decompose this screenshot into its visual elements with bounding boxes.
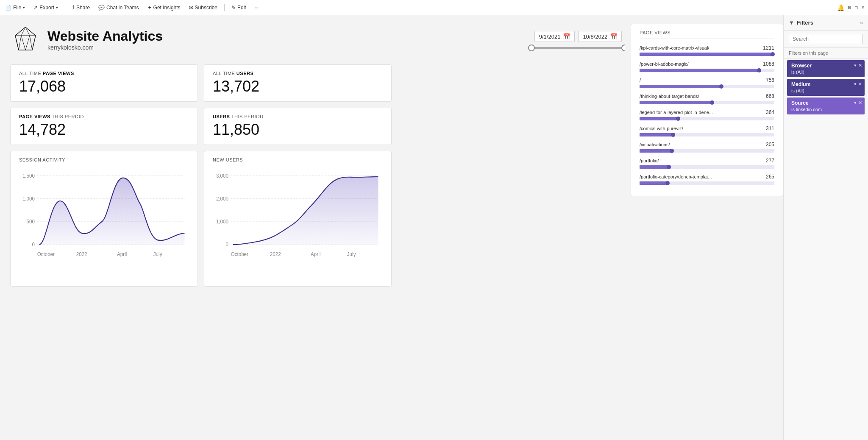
subscribe-icon: ✉ xyxy=(189,5,193,11)
filter-chip-actions: ▾ ✕ xyxy=(854,81,862,87)
toolbar-subscribe[interactable]: ✉ Subscribe xyxy=(187,0,219,15)
filters-header: ▼ Filters » xyxy=(784,15,868,31)
share-icon: ⤴ xyxy=(72,5,75,11)
pv-bar-fill xyxy=(640,69,761,72)
svg-text:1,000: 1,000 xyxy=(216,219,228,224)
pv-bar-dot xyxy=(665,181,670,185)
page-view-row: /thinking-about-target-bands/ 668 xyxy=(640,93,774,104)
pv-url: /portfolio-category/deneb-templat... xyxy=(640,174,712,179)
pv-url: /comics-with-pureviz/ xyxy=(640,126,683,131)
pv-bar-dot xyxy=(667,165,671,169)
filter-icon: ▼ xyxy=(789,19,794,26)
pv-url: /visualisations/ xyxy=(640,142,670,147)
svg-text:2022: 2022 xyxy=(270,251,281,257)
date-range-slider[interactable] xyxy=(531,47,625,49)
filters-collapse-button[interactable]: » xyxy=(860,20,863,26)
pv-count: 668 xyxy=(766,93,774,99)
pv-bar-background xyxy=(640,149,774,153)
toolbar-insights[interactable]: ✦ Get Insights xyxy=(146,0,182,15)
kpi-value-4: 11,850 xyxy=(213,121,383,139)
filter-chip-close[interactable]: ✕ xyxy=(858,63,862,68)
pv-count: 756 xyxy=(766,77,774,83)
pv-row-header: /thinking-about-target-bands/ 668 xyxy=(640,93,774,99)
end-date-picker[interactable]: 10/8/2022 📅 xyxy=(578,31,622,42)
kpi-all-time-users: ALL TIME USERS 13,702 xyxy=(204,64,392,102)
toolbar-separator-2 xyxy=(224,4,225,11)
toolbar-file[interactable]: 📄 File ▾ xyxy=(3,0,27,15)
pv-url: /legend-for-a-layered-plot-in-dene... xyxy=(640,110,713,115)
toolbar-separator xyxy=(65,4,65,11)
pv-bar-dot xyxy=(676,117,680,121)
session-chart-title: SESSION ACTIVITY xyxy=(19,157,189,162)
pv-url: /thinking-about-target-bands/ xyxy=(640,94,699,99)
pv-bar-fill xyxy=(640,117,680,120)
page-view-row: /portfolio/ 277 xyxy=(640,158,774,169)
svg-marker-0 xyxy=(15,27,36,50)
filters-search-input[interactable] xyxy=(789,34,863,44)
slider-thumb-left[interactable] xyxy=(528,45,535,51)
filter-chip-expand[interactable]: ▾ xyxy=(854,63,857,68)
new-users-chart-area: 3,000 2,000 1,000 0 xyxy=(213,167,383,277)
filter-chip-actions: ▾ ✕ xyxy=(854,100,862,106)
pv-bar-background xyxy=(640,165,774,169)
pv-bar-background xyxy=(640,85,774,88)
start-date-picker[interactable]: 9/1/2021 📅 xyxy=(534,31,575,42)
pv-count: 265 xyxy=(766,174,774,180)
window-close-icon[interactable]: ✕ xyxy=(861,5,865,10)
svg-text:October: October xyxy=(37,251,55,257)
window-maximize-icon[interactable]: ◻ xyxy=(854,5,858,10)
toolbar-export[interactable]: ↗ Export ▾ xyxy=(32,0,60,15)
filter-chip-expand[interactable]: ▾ xyxy=(854,100,857,106)
kpi-value-3: 14,782 xyxy=(19,121,189,139)
pv-bar-dot xyxy=(710,100,714,105)
page-view-row: /kpi-cards-with-core-matrix-visual/ 1211 xyxy=(640,45,774,56)
pv-row-header: /portfolio-category/deneb-templat... 265 xyxy=(640,174,774,180)
calendar-icon-start: 📅 xyxy=(563,33,570,40)
svg-text:April: April xyxy=(311,251,320,257)
toolbar-teams[interactable]: 💬 Chat in Teams xyxy=(97,0,140,15)
filter-chip-browser[interactable]: Browser is (All) ▾ ✕ xyxy=(787,60,865,77)
toolbar-edit[interactable]: ✎ Edit xyxy=(230,0,248,15)
filter-chips: Browser is (All) ▾ ✕ Medium is (All) ▾ ✕… xyxy=(784,58,868,116)
filter-chip-source[interactable]: Source is linkedin.com ▾ ✕ xyxy=(787,97,865,114)
filter-chip-expand[interactable]: ▾ xyxy=(854,81,857,87)
toolbar-more[interactable]: ··· xyxy=(253,0,261,15)
pv-url: / xyxy=(640,78,641,83)
svg-line-6 xyxy=(15,36,19,50)
content-area: Website Analytics kerrykolosko.com 9/1/2… xyxy=(0,15,783,440)
start-date-value: 9/1/2021 xyxy=(539,33,561,40)
pv-count: 305 xyxy=(766,142,774,148)
kpi-all-time-page-views: ALL TIME PAGE VIEWS 17,068 xyxy=(10,64,198,102)
pv-count: 364 xyxy=(766,109,774,115)
pv-bar-fill xyxy=(640,133,675,136)
toolbar-share[interactable]: ⤴ Share xyxy=(70,0,92,15)
file-icon: 📄 xyxy=(5,5,11,11)
session-chart-area: 1,500 1,000 500 0 xyxy=(19,167,189,277)
svg-text:April: April xyxy=(117,251,127,257)
pv-count: 277 xyxy=(766,158,774,164)
filter-chip-close[interactable]: ✕ xyxy=(858,100,862,106)
page-view-row: / 756 xyxy=(640,77,774,88)
window-minimize-icon[interactable]: ⊟ xyxy=(848,5,851,10)
pv-row-header: /portfolio/ 277 xyxy=(640,158,774,164)
kpi-value-2: 13,702 xyxy=(213,78,383,95)
filter-chip-close[interactable]: ✕ xyxy=(858,81,862,87)
slider-thumb-right[interactable] xyxy=(621,45,625,51)
svg-text:1,000: 1,000 xyxy=(22,196,35,201)
kpi-label-4: USERS THIS PERIOD xyxy=(213,114,383,119)
filter-chip-medium[interactable]: Medium is (All) ▾ ✕ xyxy=(787,79,865,96)
pv-row-header: /power-bi-adobe-magic/ 1088 xyxy=(640,61,774,67)
filters-search-area xyxy=(784,31,868,48)
filters-header-left: ▼ Filters xyxy=(789,19,813,26)
pv-bar-fill xyxy=(640,181,669,185)
svg-text:0: 0 xyxy=(32,242,35,247)
edit-icon: ✎ xyxy=(231,5,236,11)
svg-text:0: 0 xyxy=(225,242,228,247)
filter-chip-label: Browser xyxy=(791,63,860,69)
kpi-users-period: USERS THIS PERIOD 11,850 xyxy=(204,108,392,145)
filter-chip-label: Medium xyxy=(791,81,860,87)
pv-bar-dot xyxy=(771,52,775,56)
notifications-icon[interactable]: 🔔 xyxy=(837,4,844,11)
calendar-icon-end: 📅 xyxy=(610,33,617,40)
slider-fill xyxy=(531,47,625,49)
